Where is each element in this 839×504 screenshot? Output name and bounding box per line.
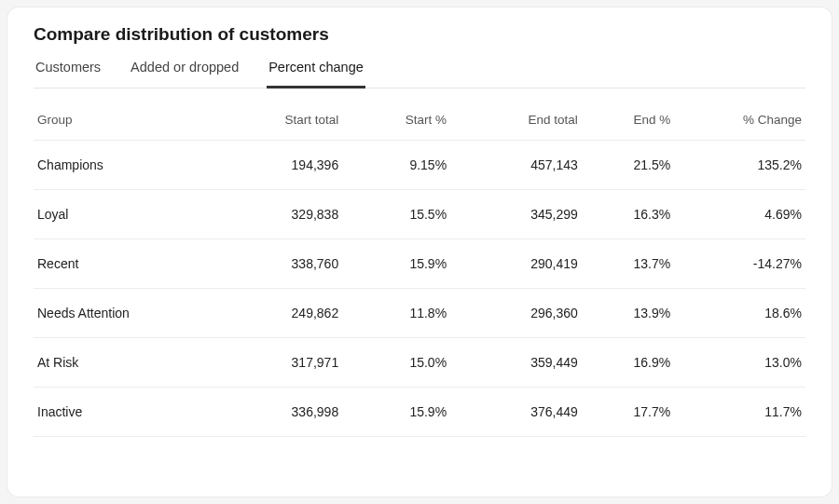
cell-start-total: 317,971 xyxy=(203,338,342,388)
tabs-bar: Customers Added or dropped Percent chang… xyxy=(34,52,805,89)
cell-start-pct: 11.8% xyxy=(342,289,450,338)
cell-end-total: 296,360 xyxy=(450,289,582,338)
cell-end-total: 457,143 xyxy=(450,141,582,190)
cell-end-total: 359,449 xyxy=(450,338,582,388)
cell-end-pct: 13.9% xyxy=(582,289,674,338)
cell-change: 18.6% xyxy=(674,289,805,338)
distribution-card: Compare distribution of customers Custom… xyxy=(7,7,832,497)
cell-end-total: 290,419 xyxy=(450,239,582,289)
cell-start-pct: 9.15% xyxy=(342,141,450,190)
cell-start-total: 336,998 xyxy=(203,388,342,437)
cell-end-pct: 13.7% xyxy=(582,239,674,289)
tab-customers[interactable]: Customers xyxy=(34,52,103,89)
cell-change: 4.69% xyxy=(674,190,805,239)
cell-start-total: 249,862 xyxy=(203,289,342,338)
cell-group: At Risk xyxy=(34,338,203,388)
cell-end-pct: 17.7% xyxy=(582,388,674,437)
cell-start-pct: 15.0% xyxy=(342,338,450,388)
cell-change: 11.7% xyxy=(674,388,805,437)
cell-change: 13.0% xyxy=(674,338,805,388)
cell-group: Recent xyxy=(34,239,203,289)
table-header-row: Group Start total Start % End total End … xyxy=(34,98,805,141)
table-row: Loyal 329,838 15.5% 345,299 16.3% 4.69% xyxy=(34,190,805,239)
tab-percent-change[interactable]: Percent change xyxy=(267,52,365,89)
th-start-total: Start total xyxy=(203,98,342,141)
th-change: % Change xyxy=(674,98,805,141)
table-row: Recent 338,760 15.9% 290,419 13.7% -14.2… xyxy=(34,239,805,289)
cell-end-pct: 16.9% xyxy=(582,338,674,388)
cell-start-pct: 15.9% xyxy=(342,239,450,289)
cell-end-total: 345,299 xyxy=(450,190,582,239)
table-row: Champions 194,396 9.15% 457,143 21.5% 13… xyxy=(34,141,805,190)
th-end-total: End total xyxy=(450,98,582,141)
table-row: Inactive 336,998 15.9% 376,449 17.7% 11.… xyxy=(34,388,805,437)
cell-start-total: 338,760 xyxy=(203,239,342,289)
distribution-table: Group Start total Start % End total End … xyxy=(34,98,805,437)
th-group: Group xyxy=(34,98,203,141)
cell-group: Champions xyxy=(34,141,203,190)
cell-start-pct: 15.5% xyxy=(342,190,450,239)
cell-end-total: 376,449 xyxy=(450,388,582,437)
table-row: At Risk 317,971 15.0% 359,449 16.9% 13.0… xyxy=(34,338,805,388)
cell-change: 135.2% xyxy=(674,141,805,190)
cell-start-pct: 15.9% xyxy=(342,388,450,437)
cell-group: Needs Attention xyxy=(34,289,203,338)
cell-group: Loyal xyxy=(34,190,203,239)
cell-start-total: 329,838 xyxy=(203,190,342,239)
cell-start-total: 194,396 xyxy=(203,141,342,190)
cell-end-pct: 21.5% xyxy=(582,141,674,190)
tab-added-or-dropped[interactable]: Added or dropped xyxy=(129,52,241,89)
th-end-pct: End % xyxy=(582,98,674,141)
cell-group: Inactive xyxy=(34,388,203,437)
th-start-pct: Start % xyxy=(342,98,450,141)
page-title: Compare distribution of customers xyxy=(34,24,805,45)
cell-end-pct: 16.3% xyxy=(582,190,674,239)
table-row: Needs Attention 249,862 11.8% 296,360 13… xyxy=(34,289,805,338)
cell-change: -14.27% xyxy=(674,239,805,289)
